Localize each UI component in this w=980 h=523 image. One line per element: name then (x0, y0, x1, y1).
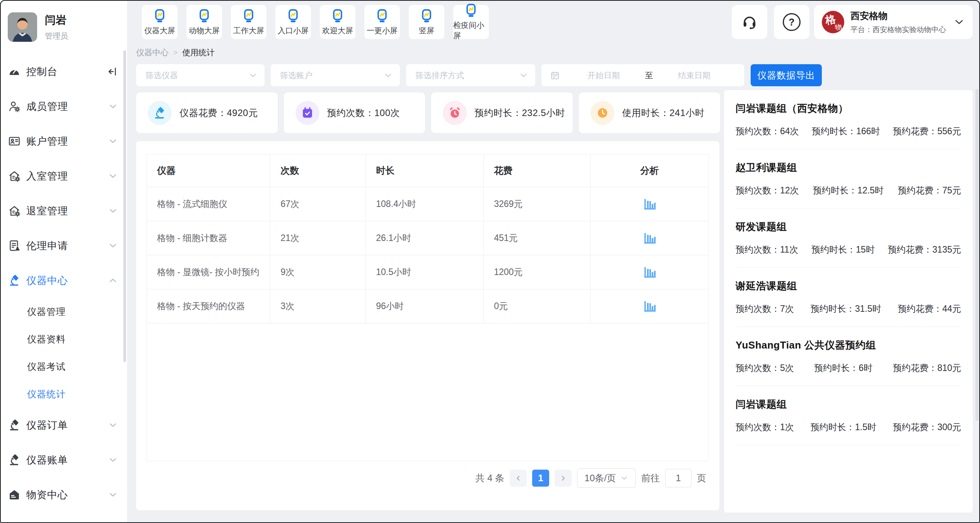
clock-icon (591, 101, 615, 125)
page-size-select[interactable]: 10条/页 (577, 468, 636, 488)
house-gear-icon (8, 204, 21, 217)
monitor-chart-icon (330, 9, 345, 23)
group-stat-label: 预约时长： (813, 185, 857, 195)
tab-label: 仪器大屏 (144, 26, 175, 36)
bar-chart-icon[interactable] (642, 231, 657, 246)
tab-label: 竖屏 (419, 26, 434, 36)
support-button[interactable] (732, 5, 767, 39)
export-data-button[interactable]: 仪器数据导出 (751, 64, 822, 86)
stat-card-booking-hours: 预约时长：232.5小时 (431, 92, 573, 133)
page-1-button[interactable]: 1 (532, 470, 549, 487)
microscope-icon (8, 453, 21, 467)
tab-label: 检疫间小屏 (453, 20, 489, 41)
cell-count: 67次 (270, 187, 366, 221)
monitor-chart-icon (419, 9, 434, 23)
sidebar-subitem-instrument-exam[interactable]: 仪器考试 (0, 353, 127, 380)
sidebar-item-label: 仪器中心 (26, 274, 68, 287)
document-flask-icon (8, 239, 21, 252)
house-gear-icon (8, 169, 21, 183)
cell-instrument: 格物 - 显微镜- 按小时预约 (147, 255, 270, 289)
tab-vertical-screen[interactable]: 竖屏 (409, 5, 444, 39)
group-stat-label: 预约次数： (736, 244, 780, 255)
sidebar-item-console[interactable]: 控制台 (0, 54, 127, 89)
group-stat-value: 11次 (780, 244, 798, 255)
bar-chart-icon[interactable] (642, 197, 657, 212)
sidebar-item-instrument-bills[interactable]: 仪器账单 (0, 443, 127, 477)
microscope-icon (8, 419, 21, 432)
tab-welcome-screen[interactable]: 欢迎大屏 (320, 5, 355, 39)
cell-duration: 96小时 (366, 289, 484, 323)
cell-count: 9次 (270, 255, 366, 289)
monitor-chart-icon (241, 9, 256, 23)
warehouse-icon (8, 488, 21, 501)
sidebar-item-members[interactable]: 成员管理 (0, 89, 127, 124)
bar-chart-icon[interactable] (642, 299, 657, 314)
group-name: 赵卫利课题组 (736, 161, 961, 174)
cell-instrument: 格物 - 流式细胞仪 (147, 187, 270, 221)
sidebar-item-supplies-center[interactable]: 物资中心 (0, 477, 127, 512)
filter-sort-select[interactable]: 筛选排序方式 (406, 64, 535, 86)
tab-label: 工作大屏 (233, 26, 264, 36)
sidebar-subitem-instrument-management[interactable]: 仪器管理 (0, 298, 127, 325)
sidebar-item-room-exit[interactable]: 退室管理 (0, 193, 127, 228)
date-end-placeholder[interactable]: 结束日期 (653, 70, 736, 81)
tab-yigeng-screen[interactable]: 一更小屏 (364, 5, 400, 39)
tab-instrument-screen[interactable]: 仪器大屏 (142, 5, 178, 39)
filter-account-select[interactable]: 筛选账户 (271, 64, 400, 86)
sidebar-item-room-entry[interactable]: 入室管理 (0, 159, 127, 193)
group-stat-label: 预约次数： (736, 363, 780, 373)
filter-instrument-select[interactable]: 筛选仪器 (136, 64, 265, 86)
chevron-down-icon (953, 16, 965, 28)
alarm-clock-icon (443, 101, 467, 125)
next-page-button[interactable]: › (555, 470, 572, 487)
chevron-down-icon (620, 474, 628, 482)
tab-animal-screen[interactable]: 动物大屏 (186, 5, 222, 39)
group-stat-label: 预约花费： (893, 422, 937, 432)
group-stat-value: 44元 (942, 304, 961, 314)
date-range-picker[interactable]: 开始日期 至 结束日期 (541, 64, 744, 86)
stat-label: 使用时长： (622, 108, 670, 118)
sidebar-item-label: 伦理申请 (26, 239, 68, 253)
group-item: 研发课题组 预约次数：11次 预约时长：15时 预约花费：3135元 (736, 209, 961, 268)
question-icon: ? (783, 13, 801, 31)
sidebar-subitem-instrument-docs[interactable]: 仪器资料 (0, 325, 127, 353)
collapse-sidebar-icon[interactable] (106, 66, 118, 77)
avatar[interactable] (8, 12, 37, 42)
sidebar-item-label: 仪器账单 (26, 453, 68, 467)
group-stat-label: 预约次数： (736, 126, 780, 136)
group-stat-label: 预约时长： (814, 363, 859, 373)
group-name: 闫岩课题组 (736, 398, 961, 411)
breadcrumb-parent[interactable]: 仪器中心 (136, 47, 169, 58)
stat-card-booking-count: 预约次数：100次 (284, 92, 425, 133)
window-scrollbar[interactable] (975, 89, 978, 421)
sidebar-item-ethics[interactable]: 伦理申请 (0, 228, 127, 263)
sidebar-item-instrument-orders[interactable]: 仪器订单 (0, 408, 127, 443)
date-start-placeholder[interactable]: 开始日期 (562, 70, 645, 81)
monitor-chart-icon (286, 9, 300, 23)
tab-work-screen[interactable]: 工作大屏 (231, 5, 266, 39)
table-header-row: 仪器 次数 时长 花费 分析 (147, 154, 709, 187)
group-stat-label: 预约次数： (736, 304, 780, 314)
goto-page-input[interactable] (665, 469, 691, 487)
cell-cost: 3269元 (484, 187, 591, 221)
bar-chart-icon[interactable] (642, 265, 657, 280)
chevron-down-icon (108, 101, 118, 111)
sidebar-item-accounts[interactable]: 账户管理 (0, 124, 127, 159)
help-button[interactable]: ? (774, 5, 809, 39)
sidebar-subitem-instrument-stats[interactable]: 仪器统计 (0, 380, 127, 408)
group-item: 赵卫利课题组 预约次数：12次 预约时长：12.5时 预约花费：75元 (736, 149, 961, 209)
cell-count: 21次 (270, 221, 366, 255)
tab-entrance-screen[interactable]: 入口小屏 (275, 5, 311, 39)
chevron-down-icon (108, 490, 118, 500)
group-name: 研发课题组 (736, 220, 961, 234)
user-card: 闫岩 管理员 (0, 0, 127, 46)
sidebar-item-instrument-center[interactable]: 仪器中心 (0, 263, 127, 298)
tab-quarantine-screen[interactable]: 检疫间小屏 (453, 5, 489, 39)
breadcrumb-current: 使用统计 (182, 47, 215, 58)
table-row: 格物 - 细胞计数器 21次 26.1小时 451元 (147, 221, 709, 255)
prev-page-button[interactable]: ‹ (510, 470, 527, 487)
tab-label: 一更小屏 (367, 26, 398, 36)
sidebar-scrollbar[interactable] (123, 50, 126, 362)
group-item: 闫岩课题组 预约次数：1次 预约时长：1.5时 预约花费：300元 (736, 386, 961, 445)
org-switcher[interactable]: 格 物 西安格物 平台：西安格物实验动物中心 (814, 5, 973, 39)
